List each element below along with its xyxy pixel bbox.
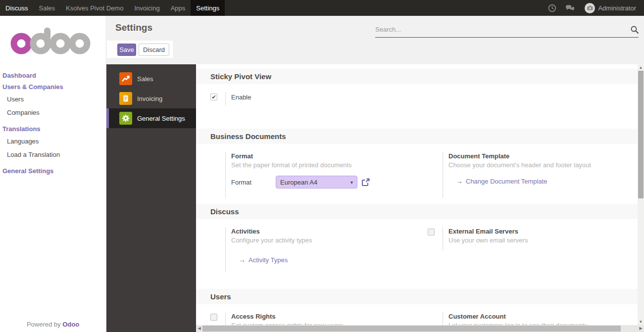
sidebar-item-users-companies[interactable]: Users & Companies — [0, 81, 106, 93]
external-email-servers-heading: External Email Servers — [448, 227, 631, 236]
odoo-logo — [9, 27, 106, 56]
settings-app-panel: Sales Invoicing General Settings — [106, 64, 196, 332]
arrow-right-icon: → — [239, 256, 246, 264]
section-title: Users — [210, 292, 231, 301]
sales-chart-icon — [119, 72, 132, 85]
nav-item-ksolves-pivot-demo[interactable]: Ksolves Pivot Demo — [60, 0, 129, 16]
nav-item-sales[interactable]: Sales — [34, 0, 61, 16]
settings-tab-label: Invoicing — [137, 95, 162, 102]
format-field-label: Format — [231, 179, 276, 186]
access-rights-heading: Access Rights — [231, 312, 428, 321]
save-button[interactable]: Save — [117, 44, 136, 56]
sidebar-item-translations[interactable]: Translations — [0, 123, 106, 135]
general-settings-gear-icon — [119, 112, 132, 125]
scroll-left-arrow[interactable]: ◀ — [196, 325, 202, 332]
control-panel: Settings Save Discard — [107, 16, 644, 64]
top-navbar: Discuss Sales Ksolves Pivot Demo Invoici… — [0, 0, 644, 16]
scroll-right-arrow[interactable]: ▶ — [638, 325, 644, 332]
arrow-right-icon: → — [456, 177, 463, 185]
sidebar-item-general-settings[interactable]: General Settings — [0, 165, 106, 177]
user-avatar[interactable] — [585, 3, 595, 13]
odoo-brand-link[interactable]: Odoo — [62, 321, 79, 328]
document-template-heading: Document Template — [448, 152, 631, 161]
paper-format-select[interactable]: European A4 ▾ — [276, 176, 357, 189]
invoicing-document-icon — [119, 92, 132, 105]
discard-button[interactable]: Discard — [139, 44, 169, 56]
activities-description: Configure your activity types — [231, 236, 428, 245]
enable-checkbox[interactable]: ✔ — [210, 94, 217, 100]
sidebar-item-users[interactable]: Users — [0, 93, 106, 106]
settings-tab-label: Sales — [137, 75, 153, 83]
section-title: Business Documents — [210, 132, 286, 141]
section-header-users: Users — [196, 289, 638, 304]
section-title: Discuss — [210, 207, 239, 216]
settings-content: Sticky Pivot View ✔ Enable Business Docu… — [196, 64, 644, 332]
sidebar-item-dashboard[interactable]: Dashboard — [0, 70, 106, 81]
messages-chat-icon[interactable] — [565, 3, 574, 12]
vertical-scrollbar-thumb[interactable] — [638, 71, 644, 198]
sidebar-item-load-translation[interactable]: Load a Translation — [0, 148, 106, 161]
activities-clock-icon[interactable] — [547, 3, 556, 12]
settings-tab-general-settings[interactable]: General Settings — [106, 108, 196, 128]
powered-by-footer: Powered by Odoo — [0, 321, 106, 328]
external-email-servers-description: Use your own email servers — [448, 236, 631, 245]
settings-tab-sales[interactable]: Sales — [106, 69, 196, 89]
activities-heading: Activities — [231, 227, 428, 236]
change-document-template-link[interactable]: → Change Document Template — [456, 177, 631, 185]
paper-format-value: European A4 — [280, 179, 317, 186]
access-rights-checkbox[interactable] — [210, 314, 217, 321]
nav-item-apps[interactable]: Apps — [165, 0, 191, 16]
customer-account-heading: Customer Account — [448, 312, 631, 321]
format-heading: Format — [231, 152, 428, 161]
horizontal-scrollbar-thumb[interactable] — [202, 326, 621, 332]
format-description: Set the paper format of printed document… — [231, 161, 428, 170]
external-link-icon[interactable] — [361, 178, 370, 187]
vertical-scrollbar[interactable]: ▲ ▼ — [638, 64, 644, 325]
nav-item-settings[interactable]: Settings — [191, 0, 225, 16]
powered-by-text: Powered by — [27, 321, 61, 328]
external-email-servers-checkbox[interactable] — [428, 229, 435, 236]
left-sidebar: Dashboard Users & Companies Users Compan… — [0, 16, 106, 332]
sidebar-item-companies[interactable]: Companies — [0, 106, 106, 119]
nav-item-discuss[interactable]: Discuss — [0, 0, 34, 16]
scroll-down-arrow[interactable]: ▼ — [638, 319, 644, 325]
section-header-discuss: Discuss — [196, 204, 638, 219]
document-template-description: Choose your document's header and footer… — [448, 161, 631, 170]
chevron-down-icon: ▾ — [350, 180, 353, 185]
section-header-sticky-pivot: Sticky Pivot View — [196, 69, 638, 84]
page-title: Settings — [115, 22, 152, 33]
section-header-business-documents: Business Documents — [196, 129, 638, 144]
search-bar — [375, 22, 639, 38]
search-input[interactable] — [375, 26, 631, 33]
section-title: Sticky Pivot View — [210, 72, 271, 81]
sidebar-item-languages[interactable]: Languages — [0, 135, 106, 148]
horizontal-scrollbar[interactable]: ◀ ▶ — [196, 325, 644, 332]
search-icon[interactable] — [631, 26, 639, 34]
settings-tab-invoicing[interactable]: Invoicing — [106, 89, 196, 108]
user-menu[interactable]: Administrator — [598, 4, 639, 12]
access-rights-description: Set custom access rights for new users — [231, 321, 428, 325]
customer-account-description: Let your customers log in to see their d… — [448, 321, 631, 325]
enable-label[interactable]: Enable — [231, 94, 251, 101]
settings-tab-label: General Settings — [137, 115, 185, 122]
nav-item-invoicing[interactable]: Invoicing — [129, 0, 165, 16]
activity-types-link[interactable]: → Activity Types — [239, 256, 428, 264]
scroll-up-arrow[interactable]: ▲ — [638, 64, 644, 71]
